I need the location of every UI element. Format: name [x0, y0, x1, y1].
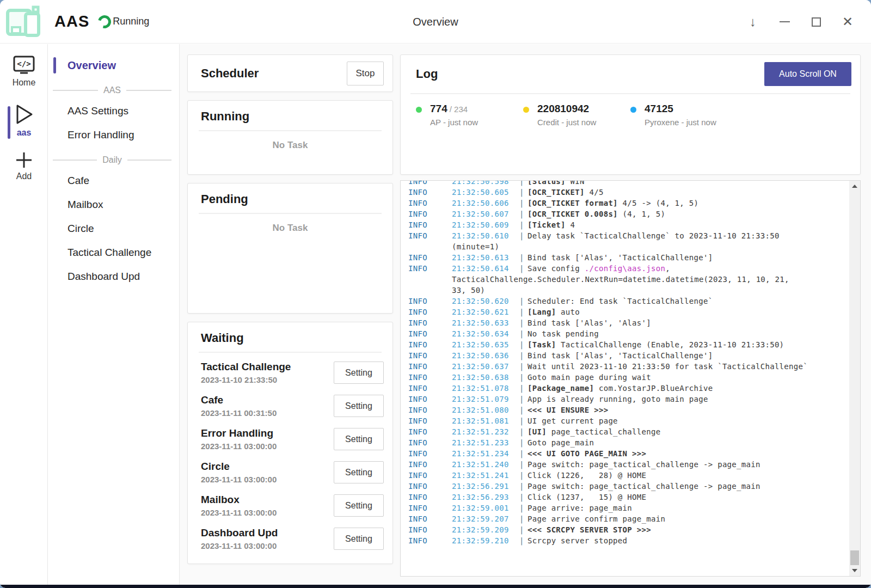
rail-item-aas[interactable]: aas — [0, 103, 48, 138]
nav-group-divider: AAS — [53, 85, 171, 95]
side-nav: Overview AASAAS SettingsError HandlingDa… — [48, 44, 180, 588]
rail-item-add[interactable]: Add — [0, 151, 48, 181]
stat-value: 220810942 — [537, 103, 589, 114]
log-line: INFO21:32:51.233|Goto page_main — [408, 437, 846, 448]
log-message: Page switch: page_tactical_challenge -> … — [527, 459, 846, 470]
nav-item-circle[interactable]: Circle — [48, 220, 179, 237]
log-indent — [408, 274, 452, 285]
log-line: INFO21:32:50.633|Bind task ['Alas', 'Ala… — [408, 317, 846, 328]
divider-line — [126, 90, 171, 91]
scheduler-title: Scheduler — [201, 66, 259, 81]
log-level: INFO — [408, 263, 452, 274]
task-setting-button-cafe[interactable]: Setting — [334, 395, 384, 417]
app-logo-icon — [5, 4, 42, 39]
log-line: 33, 50) — [408, 285, 846, 296]
waiting-task-row: Tactical Challenge2023-11-10 21:33:50Set… — [188, 356, 392, 389]
log-line: INFO21:32:51.241|Click (1226, 28) @ HOME — [408, 470, 846, 481]
log-message: (minute=1) — [452, 241, 846, 252]
waiting-task-next-run: 2023-11-11 03:00:00 — [201, 442, 277, 451]
active-indicator — [8, 106, 10, 139]
waiting-task-next-run: 2023-11-11 03:00:00 — [201, 541, 278, 550]
log-separator: | — [519, 394, 527, 405]
log-line: INFO21:32:50.635|[Task] TacticalChalleng… — [408, 339, 846, 350]
waiting-task-info: Dashboard Upd2023-11-11 03:00:00 — [201, 527, 278, 550]
log-level: INFO — [408, 187, 452, 198]
log-level: INFO — [408, 350, 452, 361]
stat-total: / 234 — [450, 105, 468, 114]
log-separator: | — [519, 252, 527, 263]
log-timestamp: 21:32:50.605 — [452, 187, 519, 198]
log-timestamp: 21:32:51.240 — [452, 459, 519, 470]
log-separator: | — [519, 372, 527, 383]
log-separator: | — [519, 219, 527, 230]
log-line: INFO21:32:56.293|Click (1237, 15) @ HOME — [408, 492, 846, 503]
task-setting-button-tactical-challenge[interactable]: Setting — [334, 362, 384, 384]
divider — [199, 130, 382, 131]
log-message: TacticalChallenge.Scheduler.NextRun=date… — [452, 274, 846, 285]
log-separator: | — [519, 230, 527, 241]
log-line: INFO21:32:50.638|Goto main page during w… — [408, 372, 846, 383]
stat-value: 774 — [430, 103, 447, 114]
nav-item-cafe[interactable]: Cafe — [48, 173, 179, 189]
running-title: Running — [201, 109, 392, 124]
log-separator: | — [519, 448, 527, 459]
log-scrollbar[interactable] — [849, 181, 860, 576]
scroll-down-arrow-icon[interactable] — [849, 566, 860, 575]
log-separator: | — [519, 350, 527, 361]
log-message: Page arrive: page_main — [527, 503, 846, 513]
task-setting-button-dashboard-upd[interactable]: Setting — [334, 528, 384, 550]
log-message: Page switch: page_tactical_challenge -> … — [527, 481, 846, 492]
auto-scroll-toggle-button[interactable]: Auto Scroll ON — [764, 62, 851, 86]
log-message: App is already running, goto main page — [527, 394, 846, 405]
log-line: INFO21:32:51.079|App is already running,… — [408, 394, 846, 405]
waiting-task-row: Cafe2023-11-11 00:31:50Setting — [188, 389, 392, 422]
icon-rail: </> Home aas Add — [0, 44, 48, 588]
nav-item-tactical-challenge[interactable]: Tactical Challenge — [48, 244, 179, 261]
log-message: [Status] WIN — [527, 180, 846, 187]
nav-item-error-handling[interactable]: Error Handling — [48, 127, 179, 143]
log-message: Page arrive confirm page_main — [527, 513, 846, 524]
log-timestamp: 21:32:51.233 — [452, 437, 519, 448]
code-monitor-icon: </> — [13, 55, 35, 76]
log-line: INFO21:32:50.620|Scheduler: End task `Ta… — [408, 296, 846, 307]
stat-value: 47125 — [645, 103, 673, 114]
nav-item-aas-settings[interactable]: AAS Settings — [48, 103, 179, 119]
minimize-button[interactable] — [777, 15, 792, 29]
nav-group-divider: Daily — [53, 155, 171, 165]
nav-item-mailbox[interactable]: Mailbox — [48, 197, 179, 213]
log-separator: | — [519, 481, 527, 492]
log-level: INFO — [408, 307, 452, 317]
log-title: Log — [416, 67, 438, 81]
log-timestamp: 21:32:56.291 — [452, 481, 519, 492]
scheduler-stop-button[interactable]: Stop — [347, 62, 384, 85]
maximize-button[interactable] — [809, 15, 823, 29]
task-setting-button-mailbox[interactable]: Setting — [334, 494, 384, 517]
window-controls: ↓ ✕ — [746, 0, 855, 44]
log-output-panel[interactable]: INFO21:32:50.598|[Status] WININFO21:32:5… — [400, 180, 861, 577]
task-setting-button-circle[interactable]: Setting — [334, 461, 384, 483]
log-line: INFO21:32:59.001|Page arrive: page_main — [408, 503, 846, 513]
log-scrollbar-thumb[interactable] — [850, 550, 859, 565]
rail-item-home[interactable]: </> Home — [0, 55, 48, 88]
task-setting-button-error-handling[interactable]: Setting — [334, 428, 384, 450]
log-level: INFO — [408, 394, 452, 405]
close-button[interactable]: ✕ — [841, 15, 855, 29]
log-level: INFO — [408, 372, 452, 383]
log-timestamp: 21:32:50.636 — [452, 350, 519, 361]
plus-icon — [15, 151, 33, 169]
log-message: Click (1226, 28) @ HOME — [527, 470, 846, 481]
log-separator: | — [519, 535, 527, 546]
nav-item-overview[interactable]: Overview — [48, 57, 179, 74]
stat-value-row: 774/ 234 — [430, 103, 478, 115]
scroll-up-arrow-icon[interactable] — [849, 182, 860, 191]
log-lines: INFO21:32:50.598|[Status] WININFO21:32:5… — [408, 180, 846, 546]
log-message: [Ticket] 4 — [527, 219, 846, 230]
log-separator: | — [519, 383, 527, 394]
log-separator: | — [519, 328, 527, 339]
active-indicator — [53, 57, 56, 74]
log-level: INFO — [408, 415, 452, 426]
waiting-task-row: Dashboard Upd2023-11-11 03:00:00Setting — [188, 522, 392, 555]
nav-item-dashboard-upd[interactable]: Dashboard Upd — [48, 268, 179, 285]
hide-to-tray-button[interactable]: ↓ — [746, 15, 760, 29]
log-message: Goto main page during wait — [527, 372, 846, 383]
